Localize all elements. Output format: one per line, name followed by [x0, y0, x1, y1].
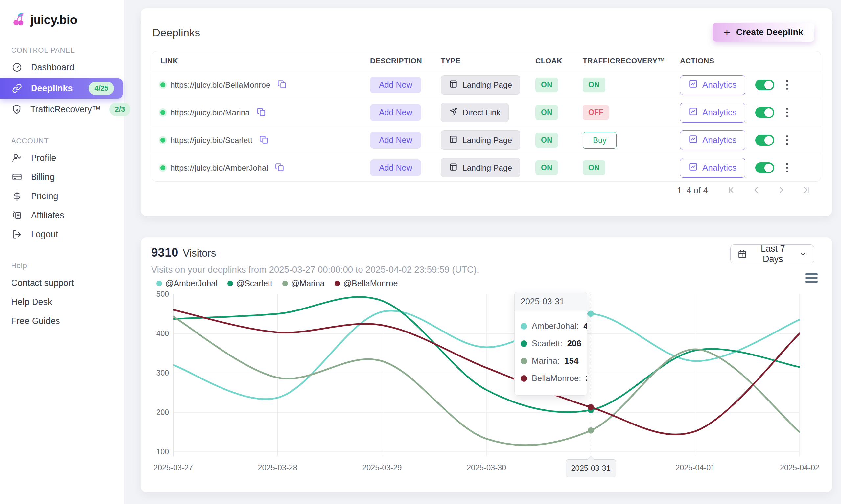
x-axis-highlighted-tick: 2025-03-31 — [566, 459, 616, 477]
sidebar-item-logout[interactable]: Logout — [0, 225, 124, 244]
deeplink-url[interactable]: https://juicy.bio/Marina — [170, 108, 250, 117]
sidebar-item-billing[interactable]: Billing — [0, 167, 124, 186]
usage-badge: 2/3 — [109, 103, 131, 116]
brand-logo[interactable]: juicy.bio — [0, 0, 124, 28]
section-label: CONTROL PANEL — [11, 46, 124, 55]
sidebar-item-affiliates[interactable]: Affiliates — [0, 206, 124, 225]
chart-legend: @AmberJohal@Scarlett@Marina@BellaMonroe — [157, 278, 398, 288]
legend-item[interactable]: @AmberJohal — [157, 278, 218, 288]
x-axis-tick: 2025-03-27 — [134, 463, 213, 472]
sidebar-item-label: Deeplinks — [31, 84, 73, 94]
legend-item[interactable]: @BellaMonroe — [335, 278, 398, 288]
deeplink-url[interactable]: https://juicy.bio/AmberJohal — [170, 163, 268, 173]
gauge-icon — [12, 62, 22, 73]
sidebar-item-label: Affiliates — [31, 210, 65, 220]
column-header-cloak: CLOAK — [535, 57, 583, 66]
row-menu-icon[interactable] — [784, 161, 790, 175]
visitors-label: Visitors — [183, 247, 216, 259]
legend-item[interactable]: @Marina — [282, 278, 325, 288]
table-row: https://juicy.bio/ScarlettAdd NewLanding… — [152, 126, 821, 154]
dollar-icon — [12, 191, 22, 201]
tooltip-series-dot — [521, 358, 527, 364]
table-row: https://juicy.bio/AmberJohalAdd NewLandi… — [152, 154, 821, 181]
visitors-chart[interactable] — [173, 294, 800, 456]
date-range-dropdown[interactable]: Last 7 Days — [730, 245, 815, 264]
legend-label: @BellaMonroe — [343, 278, 398, 288]
sidebar-item-profile[interactable]: Profile — [0, 148, 124, 167]
link-enabled-toggle[interactable] — [755, 79, 774, 90]
deeplinks-card: Deeplinks + Create Deeplink LINK DESCRIP… — [141, 8, 832, 216]
calendar-icon — [738, 249, 747, 259]
analytics-button[interactable]: Analytics — [680, 130, 745, 150]
copy-icon[interactable] — [256, 107, 267, 118]
sidebar: juicy.bio CONTROL PANELDashboardDeeplink… — [0, 0, 124, 504]
tooltip-row: AmberJohal:450 — [521, 321, 581, 331]
status-dot — [160, 138, 165, 143]
prev-page-icon[interactable] — [751, 185, 761, 196]
type-pill[interactable]: Direct Link — [441, 103, 509, 122]
tooltip-series-value: 154 — [564, 356, 578, 366]
sidebar-item-help-desk[interactable]: Help Desk — [0, 292, 124, 311]
tooltip-series-label: BellaMonroe: — [532, 374, 581, 383]
analytics-button[interactable]: Analytics — [680, 158, 745, 178]
add-description-button[interactable]: Add New — [370, 76, 421, 93]
legend-dot — [228, 281, 233, 286]
y-axis-tick: 300 — [143, 368, 169, 378]
sidebar-item-dashboard[interactable]: Dashboard — [0, 58, 124, 77]
row-menu-icon[interactable] — [784, 133, 790, 147]
last-page-icon[interactable] — [801, 185, 811, 196]
tooltip-row: Marina:154 — [521, 356, 581, 366]
create-deeplink-button[interactable]: + Create Deeplink — [713, 23, 815, 42]
trafficrecovery-status-badge: ON — [583, 77, 605, 92]
sidebar-item-free-guides[interactable]: Free Guides — [0, 311, 124, 330]
row-menu-icon[interactable] — [784, 106, 790, 119]
add-description-button[interactable]: Add New — [370, 104, 421, 121]
link-enabled-toggle[interactable] — [755, 135, 774, 146]
type-pill[interactable]: Landing Page — [441, 158, 520, 177]
copy-icon[interactable] — [258, 135, 269, 146]
tooltip-series-value: 206 — [567, 338, 581, 348]
tooltip-row: Scarlett:206 — [521, 338, 581, 348]
sidebar-item-pricing[interactable]: Pricing — [0, 186, 124, 206]
sidebar-item-trafficrecovery[interactable]: TrafficRecovery™2/3 — [0, 100, 124, 119]
status-dot — [160, 110, 165, 115]
x-axis-tick: 2025-04-02 — [760, 463, 839, 472]
type-pill[interactable]: Landing Page — [441, 75, 520, 95]
column-header-type: TYPE — [441, 57, 535, 66]
tooltip-series-label: Scarlett: — [532, 339, 562, 348]
chart-menu-icon[interactable] — [804, 272, 819, 284]
sidebar-item-label: Profile — [31, 153, 56, 163]
legend-item[interactable]: @Scarlett — [228, 278, 272, 288]
analytics-button[interactable]: Analytics — [680, 75, 745, 95]
sidebar-item-contact-support[interactable]: Contact support — [0, 273, 124, 292]
type-pill[interactable]: Landing Page — [441, 130, 520, 150]
add-description-button[interactable]: Add New — [370, 132, 421, 148]
cloak-status-badge: ON — [535, 77, 558, 92]
table-row: https://juicy.bio/MarinaAdd NewDirect Li… — [152, 98, 821, 126]
first-page-icon[interactable] — [726, 185, 736, 196]
column-header-description: DESCRIPTION — [370, 57, 441, 66]
copy-icon[interactable] — [274, 163, 285, 173]
analytics-button[interactable]: Analytics — [680, 103, 745, 123]
deeplink-url[interactable]: https://juicy.bio/Scarlett — [170, 136, 252, 145]
deeplink-url[interactable]: https://juicy.bio/BellaMonroe — [170, 80, 270, 90]
sidebar-item-label: Logout — [31, 229, 58, 239]
buy-trafficrecovery-button[interactable]: Buy — [583, 132, 616, 148]
add-description-button[interactable]: Add New — [370, 159, 421, 176]
cloak-status-badge: ON — [535, 133, 558, 147]
copy-icon[interactable] — [277, 80, 287, 90]
column-header-link: LINK — [160, 57, 370, 66]
link-enabled-toggle[interactable] — [755, 162, 774, 173]
next-page-icon[interactable] — [776, 185, 786, 196]
analytics-chart-icon — [689, 107, 698, 118]
tooltip-series-dot — [521, 323, 527, 329]
row-menu-icon[interactable] — [784, 78, 790, 92]
y-axis-tick: 200 — [143, 408, 169, 417]
link-enabled-toggle[interactable] — [755, 107, 774, 118]
trafficrecovery-status-badge: ON — [583, 160, 605, 175]
landing-page-icon — [449, 135, 458, 146]
brand-name: juicy.bio — [30, 13, 77, 27]
column-header-actions: ACTIONS — [680, 57, 821, 66]
sidebar-item-deeplinks[interactable]: Deeplinks4/25 — [0, 78, 123, 98]
legend-dot — [282, 281, 288, 286]
